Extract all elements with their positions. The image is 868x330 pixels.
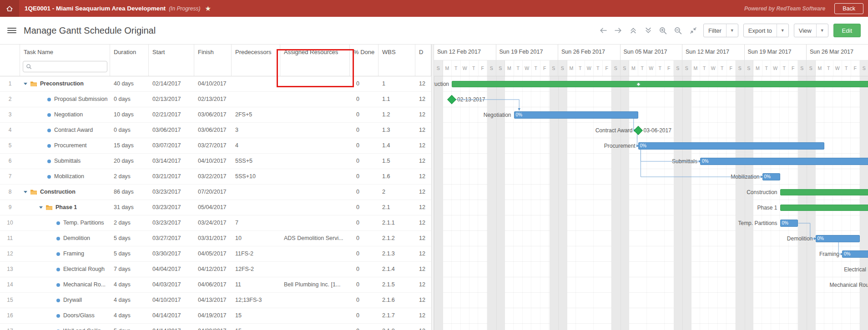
bar-label: Demolition [745,235,813,242]
home-button[interactable] [0,0,19,17]
task-name-cell[interactable]: Mechanical Ro... [20,277,110,292]
task-name-cell[interactable]: Demolition [20,231,110,246]
filter-button[interactable]: Filter▼ [703,24,738,37]
col-header-deadline[interactable]: D [415,45,431,76]
task-name-cell[interactable]: Framing [20,246,110,261]
zoom-in-icon[interactable] [658,25,668,35]
project-title[interactable]: 1QE0001 - Miami Seaquarium Area Developm… [25,5,166,12]
task-bar[interactable]: 0% [638,142,825,150]
task-bar[interactable]: 0% [816,235,860,242]
task-name: Demolition [63,231,90,246]
day-header-cell: W [647,60,656,76]
task-bar[interactable]: 0% [514,111,638,119]
table-row[interactable]: 2Proposal Submission0 days02/13/201702/1… [0,92,431,107]
col-header-duration[interactable]: Duration [110,45,149,76]
table-row[interactable]: 5Procurement15 days03/07/201703/27/20174… [0,138,431,154]
table-row[interactable]: 13Electrical Rough7 days04/04/201704/12/… [0,262,431,277]
task-name-cell[interactable]: Wall and Ceilin... [20,324,110,330]
summary-bar[interactable] [780,205,868,211]
table-row[interactable]: 15Drywall4 days04/10/201704/13/201712;13… [0,293,431,308]
predecessors-cell: 2FS+5 [232,107,280,122]
day-header-cell: S [434,60,443,76]
task-search-box[interactable] [23,61,107,72]
table-row[interactable]: 4Contract Award0 days03/06/201703/06/201… [0,123,431,138]
day-header-cell: T [469,60,479,76]
task-name-cell[interactable]: Negotiation [20,107,110,122]
table-row[interactable]: 3Negotiation10 days02/21/201703/06/20172… [0,107,431,123]
start-cell: 04/03/2017 [149,277,194,292]
summary-bar[interactable] [452,81,868,87]
col-header-finish[interactable]: Finish [194,45,232,76]
task-name-cell[interactable]: Construction [20,185,110,200]
col-header-percent-done[interactable]: % Done [350,45,378,76]
weekend-stripe [860,76,868,330]
table-row[interactable]: 10Temp. Partitions2 days03/23/201703/24/… [0,215,431,231]
assigned-resources-cell [280,76,350,91]
start-cell: 03/14/2017 [149,154,194,169]
table-row[interactable]: 14Mechanical Ro...4 days04/03/201704/06/… [0,277,431,293]
favorite-star-icon[interactable]: ★ [205,5,211,13]
task-name-cell[interactable]: Temp. Partitions [20,215,110,230]
task-name-cell[interactable]: Preconstruction [20,76,110,91]
zoom-out-icon[interactable] [673,25,683,35]
expand-all-icon[interactable] [643,25,653,35]
collapse-caret-icon[interactable] [24,83,27,85]
task-bar[interactable]: 0% [842,250,868,258]
export-to-button[interactable]: Export to▼ [743,24,789,37]
view-button[interactable]: View▼ [794,24,828,37]
day-header-cell: T [656,60,665,76]
task-name-cell[interactable]: Contract Award [20,123,110,138]
task-name-cell[interactable]: Submittals [20,154,110,169]
table-row[interactable]: 11Demolition5 days03/27/201703/31/201710… [0,231,431,246]
wbs-cell: 1.3 [378,123,415,138]
task-name-cell[interactable]: Mobilization [20,169,110,184]
col-header-predecessors[interactable]: Predecessors [232,45,280,76]
back-button[interactable]: Back [834,3,863,14]
milestone-diamond[interactable] [634,126,643,135]
finish-cell: 04/12/2017 [194,262,232,277]
summary-bar[interactable] [780,189,868,195]
task-search-input[interactable] [34,64,104,70]
task-bullet-icon [56,252,60,256]
task-name-cell[interactable]: Drywall [20,293,110,308]
task-name-cell[interactable]: Doors/Glass [20,308,110,323]
col-header-assigned-resources[interactable]: Assigned Resources [280,45,350,76]
task-name-cell[interactable]: Procurement [20,138,110,153]
task-bar[interactable]: 0% [762,173,780,180]
task-bullet-icon [47,113,51,117]
collapse-all-icon[interactable] [628,25,638,35]
table-row[interactable]: 16Doors/Glass4 days04/14/201704/19/20171… [0,308,431,324]
task-name-cell[interactable]: Proposal Submission [20,92,110,107]
task-name: Phase 1 [56,200,77,215]
collapse-caret-icon[interactable] [24,191,27,193]
table-row[interactable]: 7Mobilization2 days03/21/201703/22/20175… [0,169,431,185]
collapse-caret-icon[interactable] [39,206,43,209]
day-header-cell: F [479,60,488,76]
task-bar[interactable]: 0% [700,158,868,165]
weekend-stripe [807,76,816,330]
col-header-wbs[interactable]: WBS [378,45,415,76]
week-grid-line [807,76,807,330]
task-name-cell[interactable]: Electrical Rough [20,262,110,277]
assigned-resources-cell [280,215,350,230]
table-row[interactable]: 6Submittals20 days03/14/201704/10/20175S… [0,154,431,169]
milestone-diamond[interactable] [447,95,456,104]
col-header-task-name[interactable]: Task Name [20,45,110,76]
assigned-resources-cell [280,246,350,261]
scroll-left-icon[interactable] [598,25,608,35]
task-bar[interactable]: 0% [780,220,798,227]
col-header-start[interactable]: Start [149,45,194,76]
edit-button[interactable]: Edit [833,24,861,37]
scroll-right-icon[interactable] [613,25,623,35]
table-row[interactable]: 8Construction86 days03/23/201707/20/2017… [0,185,431,200]
table-row[interactable]: 12Framing5 days03/30/201704/05/201711FS-… [0,246,431,262]
task-name-cell[interactable]: Phase 1 [20,200,110,215]
table-row[interactable]: 9Phase 131 days03/23/201705/04/201702.11… [0,200,431,215]
table-row[interactable]: 1Preconstruction40 days02/14/201704/10/2… [0,76,431,92]
finish-cell: 04/10/2017 [194,76,232,91]
menu-icon[interactable] [7,28,16,33]
percent-done-cell: 0 [350,231,378,246]
weekend-stripe [736,76,745,330]
zoom-to-fit-icon[interactable] [688,25,698,35]
table-row[interactable]: 17Wall and Ceilin...5 days04/14/201704/2… [0,324,431,330]
